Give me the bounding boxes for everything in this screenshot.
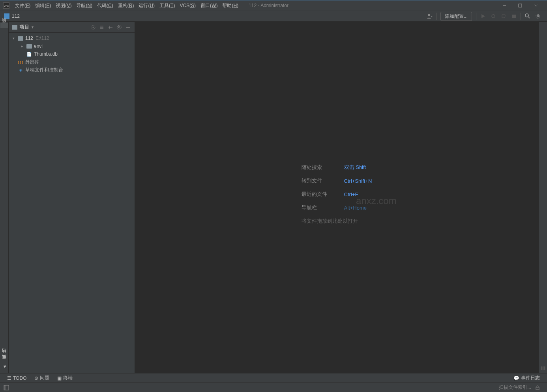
minimize-button[interactable] bbox=[496, 0, 512, 11]
menu-run[interactable]: 运行(U) bbox=[136, 2, 157, 9]
terminal-icon: ▣ bbox=[57, 375, 62, 381]
project-view-title[interactable]: 项目 bbox=[20, 24, 29, 30]
svg-point-13 bbox=[537, 15, 539, 17]
project-tool-window: 项目 ▼ ▾ 112 E:\112 ▸ envi 📄 bbox=[9, 22, 135, 373]
statusbar: 扫描文件索引... bbox=[0, 383, 547, 392]
library-icon: ⫿⫿⫿ bbox=[17, 59, 24, 65]
tool-tab-favorites[interactable]: ★ 收藏夹 bbox=[0, 360, 8, 371]
hide-icon[interactable] bbox=[124, 24, 131, 31]
bottom-tool-tabs: ☰TODO ⊘问题 ▣终端 💬事件日志 bbox=[0, 373, 547, 383]
right-gutter: ▮▮ bbox=[538, 22, 547, 373]
menu-view[interactable]: 视图(V) bbox=[53, 2, 74, 9]
menu-navigate[interactable]: 导航(N) bbox=[74, 2, 95, 9]
svg-marker-5 bbox=[481, 14, 485, 18]
menu-refactor[interactable]: 重构(R) bbox=[116, 2, 137, 9]
settings-icon[interactable] bbox=[534, 12, 542, 20]
menu-file[interactable]: 文件(F) bbox=[13, 2, 33, 9]
tree-root[interactable]: ▾ 112 E:\112 bbox=[9, 34, 135, 42]
debug-icon[interactable] bbox=[489, 12, 497, 20]
left-tool-gutter: 项目 结构 ★ 收藏夹 bbox=[0, 22, 9, 373]
folder-icon bbox=[26, 44, 32, 49]
project-icon bbox=[4, 13, 9, 19]
toolbar: 112 ▾ 添加配置... bbox=[0, 11, 547, 22]
status-indexing[interactable]: 扫描文件索引... bbox=[499, 384, 531, 391]
file-icon: 📄 bbox=[26, 51, 32, 57]
folder-icon bbox=[18, 36, 23, 41]
svg-rect-10 bbox=[512, 15, 516, 18]
warning-icon: ⊘ bbox=[34, 375, 38, 381]
chevron-right-icon[interactable]: ▸ bbox=[20, 44, 24, 48]
separator bbox=[476, 13, 476, 20]
menu-vcs[interactable]: VCS(S) bbox=[177, 3, 198, 8]
svg-rect-1 bbox=[519, 4, 522, 7]
svg-line-12 bbox=[528, 17, 530, 18]
tree-file-thumbs[interactable]: 📄 Thumbs.db bbox=[9, 50, 135, 58]
tree-folder-envi[interactable]: ▸ envi bbox=[9, 42, 135, 50]
svg-rect-26 bbox=[4, 385, 6, 390]
shortcut-search-everywhere[interactable]: 双击 Shift bbox=[344, 164, 366, 171]
svg-point-23 bbox=[117, 25, 121, 29]
stop-icon[interactable] bbox=[510, 12, 518, 20]
svg-point-22 bbox=[118, 26, 120, 28]
breadcrumb-project[interactable]: 112 bbox=[12, 13, 20, 19]
separator bbox=[521, 13, 521, 20]
menubar: WS 文件(F) 编辑(E) 视图(V) 导航(N) 代码(C) 重构(R) 运… bbox=[0, 0, 547, 11]
add-configuration-button[interactable]: 添加配置... bbox=[440, 12, 472, 21]
tool-tab-project[interactable]: 项目 bbox=[0, 23, 8, 28]
scratch-icon: ◈ bbox=[17, 67, 24, 73]
window-title: 112 - Administrator bbox=[249, 3, 288, 8]
tree-external-libs[interactable]: ⫿⫿⫿ 外部库 bbox=[9, 58, 135, 66]
tool-tab-structure[interactable]: 结构 bbox=[0, 354, 8, 359]
tree-scratches[interactable]: ◈ 草稿文件和控制台 bbox=[9, 66, 135, 74]
user-icon[interactable]: ▾ bbox=[425, 12, 433, 20]
search-icon[interactable] bbox=[524, 12, 532, 20]
run-icon[interactable] bbox=[479, 12, 487, 20]
svg-point-11 bbox=[525, 14, 528, 17]
project-tree[interactable]: ▾ 112 E:\112 ▸ envi 📄 Thumbs.db ⫿⫿⫿ 外部库 … bbox=[9, 33, 135, 373]
separator bbox=[436, 13, 436, 20]
maximize-button[interactable] bbox=[512, 0, 528, 11]
app-icon: WS bbox=[3, 2, 9, 9]
watermark: anxz.com bbox=[356, 195, 397, 206]
chevron-down-icon[interactable]: ▾ bbox=[11, 36, 16, 40]
collapse-all-icon[interactable] bbox=[107, 24, 114, 31]
svg-point-16 bbox=[93, 26, 94, 28]
chevron-down-icon[interactable]: ▼ bbox=[31, 25, 34, 29]
expand-all-icon[interactable] bbox=[98, 24, 105, 31]
todo-icon: ☰ bbox=[7, 375, 11, 381]
event-log-icon: 💬 bbox=[513, 375, 519, 381]
menu-tools[interactable]: 工具(T) bbox=[157, 2, 177, 9]
tool-window-quick-access-icon[interactable] bbox=[3, 384, 9, 391]
project-header: 项目 ▼ bbox=[9, 22, 135, 33]
close-button[interactable] bbox=[528, 0, 544, 11]
shortcut-go-to-file[interactable]: Ctrl+Shift+N bbox=[344, 178, 372, 184]
svg-point-4 bbox=[428, 14, 430, 16]
menu-edit[interactable]: 编辑(E) bbox=[33, 2, 53, 9]
tab-event-log[interactable]: 💬事件日志 bbox=[510, 375, 544, 381]
tab-todo[interactable]: ☰TODO bbox=[3, 375, 30, 381]
pause-icon[interactable]: ▮▮ bbox=[540, 365, 546, 371]
svg-point-14 bbox=[536, 14, 540, 18]
menu-help[interactable]: 帮助(H) bbox=[220, 2, 241, 9]
folder-icon bbox=[12, 25, 17, 30]
tab-terminal[interactable]: ▣终端 bbox=[53, 375, 77, 381]
locate-icon[interactable] bbox=[90, 24, 97, 31]
menu-code[interactable]: 代码(C) bbox=[95, 2, 116, 9]
svg-rect-27 bbox=[536, 387, 539, 390]
editor-area[interactable]: 随处搜索双击 Shift 转到文件Ctrl+Shift+N 最近的文件Ctrl+… bbox=[135, 22, 538, 373]
tab-problems[interactable]: ⊘问题 bbox=[30, 375, 53, 381]
menu-window[interactable]: 窗口(W) bbox=[198, 2, 220, 9]
lock-icon[interactable] bbox=[535, 385, 540, 390]
gear-icon[interactable] bbox=[116, 24, 123, 31]
coverage-icon[interactable] bbox=[500, 12, 508, 20]
